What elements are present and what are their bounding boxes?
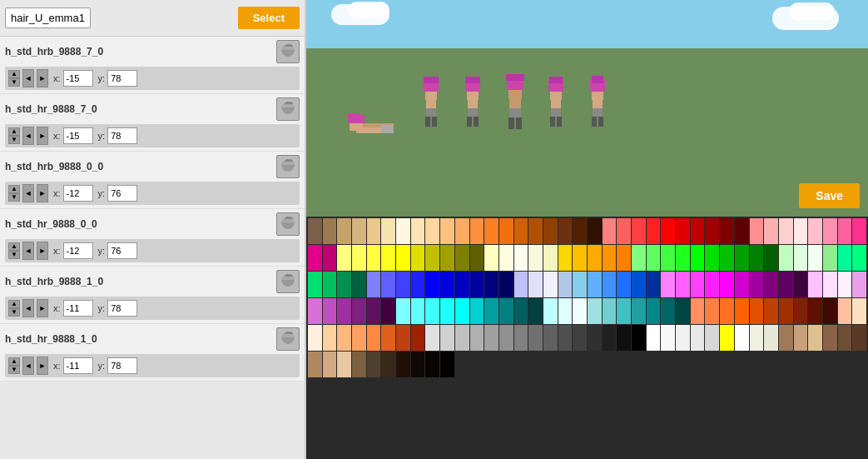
color-swatch[interactable]	[323, 325, 337, 351]
color-swatch[interactable]	[808, 298, 822, 324]
color-swatch[interactable]	[705, 218, 719, 244]
color-swatch[interactable]	[499, 298, 513, 324]
color-swatch[interactable]	[470, 272, 484, 297]
y-input[interactable]	[107, 70, 137, 87]
color-swatch[interactable]	[323, 272, 337, 297]
y-input[interactable]	[107, 300, 137, 317]
color-swatch[interactable]	[499, 245, 513, 271]
color-swatch[interactable]	[647, 272, 661, 297]
color-swatch[interactable]	[514, 325, 528, 351]
color-swatch[interactable]	[440, 245, 454, 271]
color-swatch[interactable]	[720, 298, 734, 324]
color-swatch[interactable]	[308, 272, 322, 297]
y-input[interactable]	[107, 242, 137, 259]
color-swatch[interactable]	[381, 218, 395, 244]
color-swatch[interactable]	[691, 245, 705, 271]
color-swatch[interactable]	[808, 218, 822, 244]
color-swatch[interactable]	[367, 298, 381, 324]
color-swatch[interactable]	[411, 325, 425, 351]
color-swatch[interactable]	[411, 298, 425, 324]
color-swatch[interactable]	[573, 272, 587, 297]
color-swatch[interactable]	[661, 298, 675, 324]
color-swatch[interactable]	[691, 218, 705, 244]
color-swatch[interactable]	[838, 218, 852, 244]
color-swatch[interactable]	[514, 218, 528, 244]
color-swatch[interactable]	[852, 245, 866, 271]
color-swatch[interactable]	[705, 272, 719, 297]
color-swatch[interactable]	[470, 325, 484, 351]
color-swatch[interactable]	[705, 325, 719, 351]
color-swatch[interactable]	[852, 218, 866, 244]
color-swatch[interactable]	[514, 298, 528, 324]
color-swatch[interactable]	[603, 272, 617, 297]
save-button[interactable]: Save	[799, 183, 860, 208]
color-swatch[interactable]	[617, 245, 631, 271]
color-swatch[interactable]	[573, 298, 587, 324]
color-swatch[interactable]	[617, 218, 631, 244]
color-swatch[interactable]	[308, 352, 322, 377]
spin-down[interactable]: ▼	[8, 78, 20, 87]
color-swatch[interactable]	[661, 218, 675, 244]
color-swatch[interactable]	[337, 272, 351, 297]
color-swatch[interactable]	[750, 218, 764, 244]
arrow-right[interactable]: ►	[37, 357, 48, 375]
color-swatch[interactable]	[543, 325, 558, 351]
color-swatch[interactable]	[514, 245, 528, 271]
color-swatch[interactable]	[691, 325, 705, 351]
color-swatch[interactable]	[484, 298, 498, 324]
color-swatch[interactable]	[764, 218, 778, 244]
color-swatch[interactable]	[352, 218, 366, 244]
color-swatch[interactable]	[484, 325, 498, 351]
arrow-left[interactable]: ◄	[22, 127, 34, 145]
arrow-left[interactable]: ◄	[22, 357, 34, 375]
color-swatch[interactable]	[764, 298, 778, 324]
color-swatch[interactable]	[808, 245, 822, 271]
y-input[interactable]	[107, 357, 137, 374]
x-input[interactable]	[63, 242, 93, 259]
arrow-left[interactable]: ◄	[22, 242, 34, 260]
color-swatch[interactable]	[499, 218, 513, 244]
color-swatch[interactable]	[425, 325, 439, 351]
color-swatch[interactable]	[588, 272, 602, 297]
color-swatch[interactable]	[396, 325, 410, 351]
color-swatch[interactable]	[396, 245, 410, 271]
color-swatch[interactable]	[528, 298, 543, 324]
color-swatch[interactable]	[396, 218, 410, 244]
color-swatch[interactable]	[337, 352, 351, 377]
color-swatch[interactable]	[750, 298, 764, 324]
color-swatch[interactable]	[470, 245, 484, 271]
color-swatch[interactable]	[352, 298, 366, 324]
color-swatch[interactable]	[794, 325, 808, 351]
x-input[interactable]	[63, 185, 93, 202]
color-swatch[interactable]	[381, 245, 395, 271]
color-swatch[interactable]	[603, 245, 617, 271]
color-swatch[interactable]	[705, 298, 719, 324]
color-swatch[interactable]	[455, 245, 469, 271]
color-swatch[interactable]	[367, 245, 381, 271]
color-swatch[interactable]	[764, 325, 778, 351]
color-swatch[interactable]	[779, 218, 793, 244]
color-swatch[interactable]	[337, 325, 351, 351]
color-swatch[interactable]	[691, 298, 705, 324]
color-swatch[interactable]	[838, 325, 852, 351]
color-swatch[interactable]	[381, 325, 395, 351]
color-swatch[interactable]	[440, 325, 454, 351]
color-swatch[interactable]	[661, 272, 675, 297]
color-swatch[interactable]	[588, 245, 602, 271]
color-swatch[interactable]	[750, 272, 764, 297]
color-swatch[interactable]	[543, 298, 558, 324]
color-swatch[interactable]	[543, 218, 558, 244]
color-swatch[interactable]	[676, 218, 690, 244]
arrow-right[interactable]: ►	[37, 242, 48, 260]
color-swatch[interactable]	[676, 298, 690, 324]
color-swatch[interactable]	[411, 218, 425, 244]
color-swatch[interactable]	[367, 325, 381, 351]
color-swatch[interactable]	[381, 298, 395, 324]
color-swatch[interactable]	[484, 272, 498, 297]
color-swatch[interactable]	[558, 298, 573, 324]
color-swatch[interactable]	[647, 325, 661, 351]
color-swatch[interactable]	[676, 325, 690, 351]
color-swatch[interactable]	[794, 218, 808, 244]
color-swatch[interactable]	[528, 325, 543, 351]
spin-up[interactable]: ▲	[8, 357, 20, 366]
